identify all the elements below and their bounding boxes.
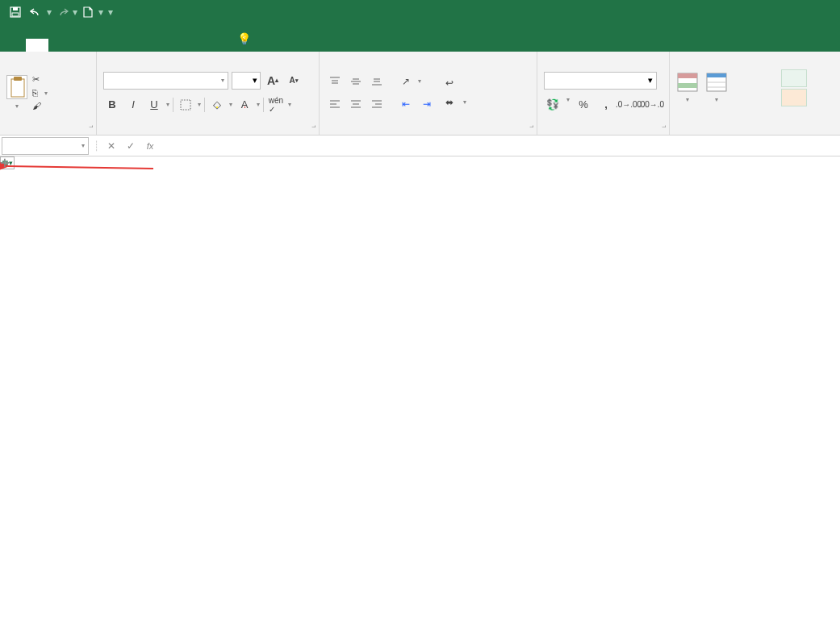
tab-help[interactable] [184, 39, 207, 52]
group-styles: ▾ ▾ . [670, 52, 775, 135]
chevron-down-icon: ▾ [288, 101, 291, 108]
tab-page-layout[interactable] [71, 39, 94, 52]
qat-customize-icon[interactable]: ▾ [108, 6, 113, 18]
tab-formulas[interactable] [94, 39, 116, 52]
group-label-clipboard [6, 130, 90, 133]
svg-rect-28 [707, 73, 726, 77]
increase-font-button[interactable]: A▴ [264, 72, 282, 90]
new-doc-button[interactable] [77, 2, 98, 22]
italic-button[interactable]: I [124, 96, 142, 114]
chevron-down-icon: ▾ [257, 101, 260, 108]
align-right-button[interactable] [368, 96, 386, 112]
font-name-select[interactable]: ▾ [103, 72, 228, 90]
percent-button[interactable]: % [575, 96, 592, 114]
decrease-decimal-button[interactable]: .00→.0 [642, 96, 660, 114]
bold-button[interactable]: B [103, 96, 121, 114]
tab-home[interactable] [26, 39, 48, 52]
accept-formula-button[interactable]: ✓ [121, 140, 140, 152]
formula-bar: ▾ ┊ ✕ ✓ fx [0, 136, 840, 156]
svg-rect-4 [14, 77, 22, 81]
svg-rect-3 [11, 79, 24, 97]
autofill-options-button[interactable]: ▦▾ [0, 156, 15, 169]
cell-style-normal[interactable] [781, 69, 807, 87]
chevron-down-icon: ▾ [463, 98, 466, 106]
group-alignment: ↗ ▾ ⇤ ⇥ ↩ ⬌▾ [320, 52, 537, 135]
brush-icon: 🖌 [32, 101, 41, 111]
separator [263, 98, 264, 112]
decrease-font-button[interactable]: A▾ [285, 72, 303, 90]
chevron-down-icon: ▾ [648, 75, 653, 86]
group-cell-styles: . [775, 52, 807, 135]
chevron-down-icon: ▾ [221, 77, 224, 84]
align-top-button[interactable] [326, 73, 344, 90]
align-bottom-button[interactable] [368, 73, 386, 90]
phonetic-button[interactable]: wén✓ [267, 96, 285, 114]
group-label-number [544, 130, 662, 133]
separator [204, 98, 205, 112]
paste-button[interactable]: ▾ [6, 75, 27, 110]
svg-rect-1 [13, 7, 18, 10]
name-box[interactable]: ▾ [2, 137, 89, 155]
svg-line-31 [8, 166, 153, 169]
cell-style-neutral[interactable] [781, 89, 807, 106]
wrap-text-button[interactable]: ↩ [445, 77, 466, 89]
chevron-down-icon: ▾ [229, 101, 232, 108]
insert-function-button[interactable]: fx [140, 141, 160, 151]
conditional-format-button[interactable]: ▾ [676, 72, 699, 103]
tab-insert[interactable] [48, 39, 71, 52]
underline-button[interactable]: U [145, 96, 163, 114]
border-button[interactable] [177, 96, 194, 114]
format-as-table-button[interactable]: ▾ [705, 72, 728, 103]
currency-button[interactable]: 💱 [544, 96, 562, 114]
format-painter-button[interactable]: 🖌 [32, 101, 48, 111]
chevron-down-icon: ▾ [566, 96, 570, 114]
increase-indent-button[interactable]: ⇥ [418, 96, 436, 112]
number-format-select[interactable]: ▾ [544, 72, 657, 90]
tab-file[interactable] [3, 39, 26, 52]
orientation-button[interactable]: ↗ [397, 73, 415, 90]
cancel-formula-button[interactable]: ✕ [102, 140, 121, 152]
align-left-button[interactable] [326, 96, 344, 112]
tab-review[interactable] [139, 39, 161, 52]
tell-me-search[interactable]: 💡 [229, 26, 264, 52]
chevron-down-icon: ▾ [81, 142, 85, 149]
group-label-alignment [326, 130, 530, 133]
tab-view[interactable] [161, 39, 184, 52]
chevron-down-icon: ▾ [715, 96, 718, 103]
qat-separator: ▾ [98, 6, 103, 18]
chevron-down-icon: ▾ [418, 77, 421, 85]
chevron-down-icon: ▾ [198, 101, 201, 108]
copy-button[interactable]: ⎘▾ [32, 88, 48, 98]
font-size-select[interactable]: ▾ [232, 72, 261, 90]
copy-icon: ⎘ [32, 88, 38, 98]
ribbon-body: ▾ ✂ ⎘▾ 🖌 ▾ ▾ A▴ A▾ B I U [0, 52, 840, 136]
align-center-button[interactable] [347, 96, 365, 112]
scissors-icon: ✂ [32, 74, 40, 85]
svg-rect-2 [12, 13, 19, 16]
chevron-down-icon: ▾ [686, 96, 689, 103]
chevron-down-icon: ▾ [253, 75, 257, 86]
group-font: ▾ ▾ A▴ A▾ B I U ▾ ▾ ◇ ▾ A ▾ [97, 52, 320, 135]
comma-button[interactable]: , [597, 96, 615, 114]
title-bar: ▾ ▾ ▾ ▾ [0, 0, 840, 24]
align-middle-button[interactable] [347, 73, 365, 90]
group-label-font [103, 130, 312, 133]
fill-color-button[interactable]: ◇ [208, 96, 226, 114]
save-button[interactable] [5, 2, 26, 22]
merge-icon: ⬌ [445, 97, 453, 108]
decrease-indent-button[interactable]: ⇤ [397, 96, 415, 112]
cut-button[interactable]: ✂ [32, 74, 48, 85]
increase-decimal-button[interactable]: .0→.00 [620, 96, 637, 114]
group-number: ▾ 💱 ▾ % , .0→.00 .00→.0 [537, 52, 670, 135]
chevron-down-icon: ▾ [166, 101, 169, 108]
merge-center-button[interactable]: ⬌▾ [445, 97, 466, 108]
spreadsheet-grid[interactable]: ▦▾ ✛ [0, 156, 840, 634]
undo-button[interactable] [26, 2, 47, 22]
tab-data[interactable] [116, 39, 139, 52]
ribbon-tabs: 💡 [0, 24, 840, 52]
lightbulb-icon: 💡 [237, 32, 251, 45]
font-color-button[interactable]: A [236, 96, 253, 114]
tab-pdf-tools[interactable] [207, 39, 229, 52]
redo-button[interactable] [52, 2, 73, 22]
wrap-icon: ↩ [445, 77, 453, 89]
